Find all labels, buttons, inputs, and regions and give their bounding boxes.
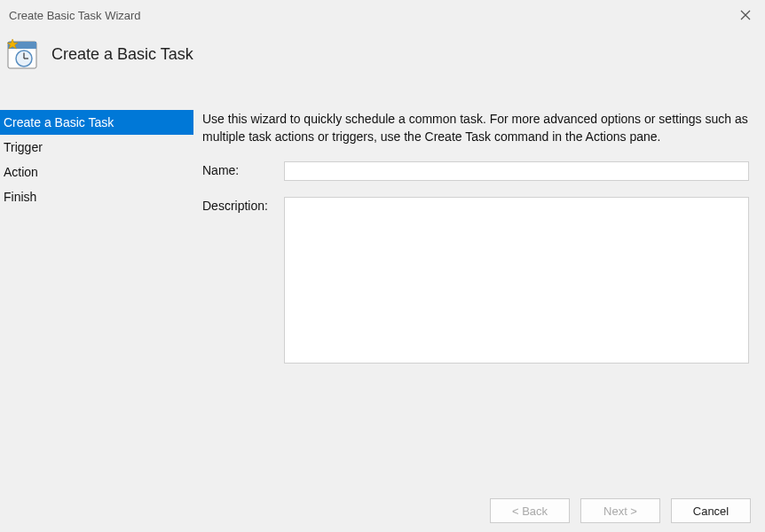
clock-task-icon bbox=[7, 39, 37, 69]
wizard-main: Use this wizard to quickly schedule a co… bbox=[193, 110, 765, 484]
window-titlebar: Create Basic Task Wizard bbox=[0, 0, 765, 30]
step-trigger[interactable]: Trigger bbox=[0, 135, 193, 160]
description-textarea[interactable] bbox=[284, 197, 749, 364]
description-label: Description: bbox=[202, 197, 284, 213]
close-icon bbox=[740, 10, 751, 20]
step-create-basic-task[interactable]: Create a Basic Task bbox=[0, 110, 193, 135]
cancel-button[interactable]: Cancel bbox=[671, 498, 751, 523]
window-title: Create Basic Task Wizard bbox=[9, 9, 141, 22]
name-row: Name: bbox=[202, 161, 749, 181]
description-row: Description: bbox=[202, 197, 749, 364]
step-action[interactable]: Action bbox=[0, 160, 193, 184]
back-button: < Back bbox=[490, 498, 570, 523]
wizard-header: Create a Basic Task bbox=[0, 30, 765, 80]
next-button[interactable]: Next > bbox=[580, 498, 660, 523]
step-finish[interactable]: Finish bbox=[0, 184, 193, 209]
wizard-body: Create a Basic Task Trigger Action Finis… bbox=[0, 110, 765, 484]
wizard-button-row: < Back Next > Cancel bbox=[490, 498, 751, 523]
name-input[interactable] bbox=[284, 161, 749, 181]
close-button[interactable] bbox=[733, 3, 758, 27]
wizard-steps-sidebar: Create a Basic Task Trigger Action Finis… bbox=[0, 110, 193, 484]
name-label: Name: bbox=[202, 161, 284, 177]
intro-text: Use this wizard to quickly schedule a co… bbox=[202, 110, 749, 145]
wizard-title: Create a Basic Task bbox=[51, 45, 193, 64]
